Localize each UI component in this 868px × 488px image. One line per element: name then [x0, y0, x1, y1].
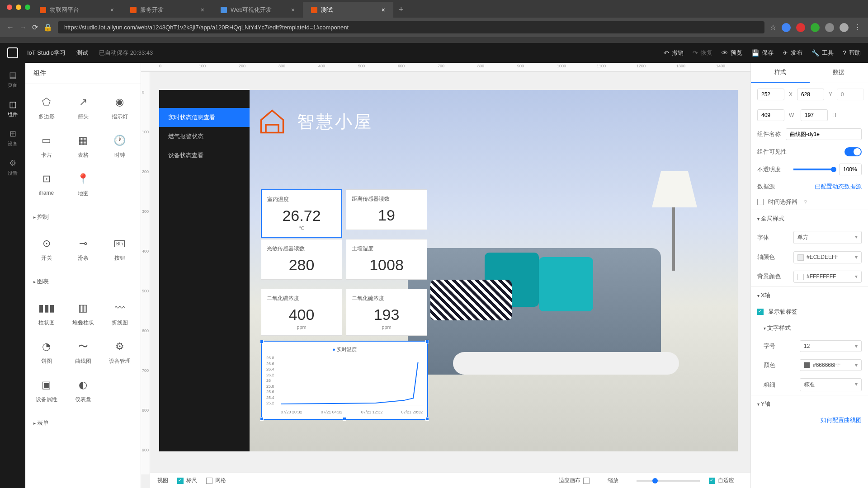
comp-line[interactable]: 〰折线图	[102, 296, 137, 332]
avatar[interactable]	[840, 23, 849, 32]
chart-curve-selected[interactable]: 实时温度 26.826.626.426.22625.825.625.425.2 …	[261, 341, 428, 420]
resize-handle[interactable]	[343, 417, 346, 421]
input-w[interactable]	[757, 109, 784, 121]
browser-tab-2[interactable]: Web可视化开发×	[212, 2, 303, 18]
project-title[interactable]: IoT Studio学习	[27, 49, 66, 57]
comp-card[interactable]: ▭卡片	[29, 128, 64, 164]
section-control[interactable]: 控制	[25, 208, 141, 225]
comp-gauge[interactable]: ◐仪表盘	[66, 372, 100, 409]
comp-polygon[interactable]: ⬠多边形	[29, 89, 64, 126]
extension-icon[interactable]	[811, 23, 820, 32]
toggle-visible[interactable]	[844, 147, 862, 156]
section-chart[interactable]: 图表	[25, 273, 141, 290]
help-button[interactable]: ?帮助	[843, 49, 861, 57]
extension-icon[interactable]	[796, 23, 805, 32]
close-icon[interactable]: ×	[382, 6, 385, 14]
checkbox-timepicker[interactable]	[757, 199, 764, 205]
comp-stackbar[interactable]: ▥堆叠柱状	[66, 296, 100, 332]
select-font-size[interactable]: 12	[800, 340, 862, 352]
comp-switch[interactable]: ⊙开关	[29, 231, 64, 267]
close-icon[interactable]: ×	[201, 6, 204, 14]
select-axis-color[interactable]: #ECEDEEFF	[793, 251, 862, 263]
rail-devices[interactable]: ⊞设备	[8, 129, 18, 147]
resize-handle[interactable]	[425, 340, 429, 343]
tab-style[interactable]: 样式	[751, 63, 810, 83]
section-x-axis[interactable]: X轴	[751, 286, 868, 304]
select-weight[interactable]: 标准	[800, 378, 862, 391]
toggle-auto[interactable]: 自适应	[709, 477, 734, 484]
help-icon[interactable]: ?	[804, 199, 807, 206]
input-y[interactable]	[797, 89, 824, 100]
zoom-slider[interactable]	[637, 480, 700, 482]
link-help[interactable]: 如何配置曲线图	[821, 416, 862, 424]
select-bg-color[interactable]: #FFFFFFFF	[793, 271, 862, 283]
card-temp[interactable]: 室内温度 26.72 ℃	[261, 189, 342, 238]
comp-pie[interactable]: ◔饼图	[29, 334, 64, 371]
section-y-axis[interactable]: Y轴	[751, 395, 868, 413]
card-so2[interactable]: 二氧化硫浓度 193 ppm	[346, 289, 427, 336]
checkbox-show-axis[interactable]	[757, 309, 764, 315]
back-button[interactable]: ←	[7, 23, 14, 32]
input-h[interactable]	[801, 109, 828, 121]
comp-indicator[interactable]: ◉指示灯	[102, 89, 137, 126]
browser-tab-0[interactable]: 物联网平台×	[32, 2, 122, 18]
undo-button[interactable]: ↶撤销	[664, 49, 684, 57]
input-opacity[interactable]	[839, 164, 862, 175]
comp-devattr[interactable]: ▣设备属性	[29, 372, 64, 409]
page-name[interactable]: 测试	[76, 49, 88, 57]
rail-page[interactable]: ▤页面	[8, 70, 18, 89]
card-dist[interactable]: 距离传感器读数 19	[346, 189, 427, 230]
comp-devmgmt[interactable]: ⚙设备管理	[102, 334, 137, 371]
app-logo[interactable]	[7, 47, 18, 58]
redo-button[interactable]: ↷恢复	[693, 49, 712, 57]
section-table[interactable]: 表单	[25, 414, 141, 432]
window-max[interactable]	[25, 5, 30, 10]
comp-map[interactable]: 📍地图	[66, 166, 100, 203]
browser-tab-1[interactable]: 服务开发×	[122, 2, 212, 18]
save-button[interactable]: 💾保存	[751, 49, 774, 57]
preview-button[interactable]: 👁预览	[722, 49, 742, 57]
tab-data[interactable]: 数据	[810, 63, 868, 83]
new-tab-button[interactable]: +	[393, 5, 409, 14]
slider-opacity[interactable]	[793, 169, 835, 170]
extension-icon[interactable]	[825, 23, 834, 32]
fit-canvas[interactable]: 适应画布	[559, 477, 590, 484]
window-min[interactable]	[16, 5, 21, 10]
card-soil[interactable]: 土壤湿度 1008	[346, 239, 427, 280]
menu-realtime[interactable]: 实时状态信息查看	[159, 108, 250, 127]
comp-clock[interactable]: 🕐时钟	[102, 128, 137, 164]
menu-device[interactable]: 设备状态查看	[159, 146, 250, 165]
card-light[interactable]: 光敏传感器读数 280	[261, 239, 342, 280]
menu-icon[interactable]: ⋮	[854, 23, 861, 32]
input-name[interactable]	[786, 128, 862, 140]
resize-handle[interactable]	[425, 417, 429, 421]
browser-tab-3[interactable]: 测试×	[303, 2, 393, 18]
comp-iframe[interactable]: ⊡iframe	[29, 166, 64, 203]
star-icon[interactable]: ☆	[770, 23, 776, 32]
close-icon[interactable]: ×	[110, 6, 114, 14]
input-angle[interactable]	[837, 89, 864, 100]
select-color[interactable]: #666666FF	[800, 359, 862, 371]
window-close[interactable]	[7, 5, 12, 10]
comp-table[interactable]: ▦表格	[66, 128, 100, 164]
extension-icon[interactable]	[782, 23, 791, 32]
url-input[interactable]	[58, 21, 764, 33]
tools-button[interactable]: 🔧工具	[811, 49, 834, 57]
canvas[interactable]: 实时状态信息查看 燃气报警状态 设备状态查看 智慧小屋 室内温度 26.72 ℃…	[159, 90, 738, 451]
menu-gas[interactable]: 燃气报警状态	[159, 127, 250, 146]
close-icon[interactable]: ×	[291, 6, 295, 14]
rail-components[interactable]: ◫组件	[8, 99, 18, 118]
input-x[interactable]	[757, 89, 784, 100]
link-datasource[interactable]: 已配置动态数据源	[815, 183, 862, 191]
comp-slider[interactable]: ⊸滑条	[66, 231, 100, 267]
toggle-grid[interactable]: 网格	[206, 477, 226, 484]
comp-curve[interactable]: 〜曲线图	[66, 334, 100, 371]
section-text-style[interactable]: 文字样式	[751, 319, 868, 337]
comp-arrow[interactable]: ↗箭头	[66, 89, 100, 126]
publish-button[interactable]: ✈发布	[783, 49, 802, 57]
reload-button[interactable]: ⟳	[32, 23, 38, 32]
resize-handle[interactable]	[260, 340, 264, 343]
card-co2[interactable]: 二氧化碳浓度 400 ppm	[261, 289, 342, 336]
section-global[interactable]: 全局样式	[751, 210, 868, 227]
forward-button[interactable]: →	[19, 23, 27, 32]
